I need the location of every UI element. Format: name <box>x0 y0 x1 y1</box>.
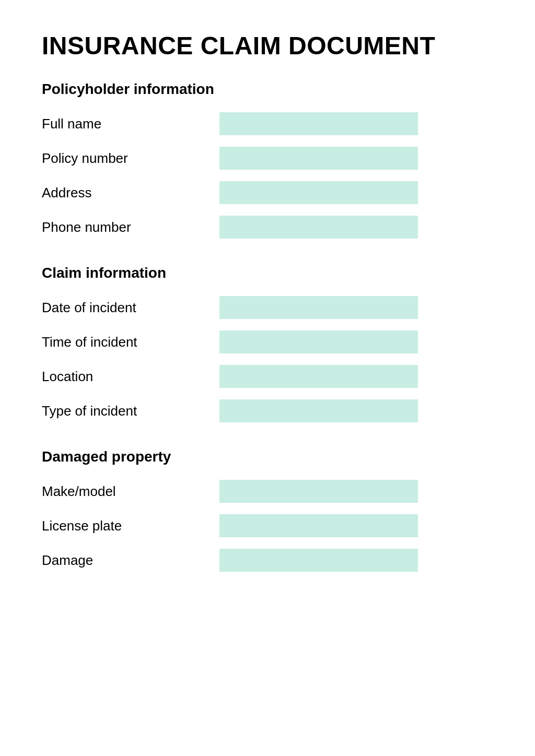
page-title: INSURANCE CLAIM DOCUMENT <box>42 31 493 60</box>
label-location: Location <box>42 369 219 385</box>
section-claim: Claim informationDate of incidentTime of… <box>42 265 493 422</box>
label-time-of-incident: Time of incident <box>42 334 219 350</box>
input-damage[interactable] <box>219 549 418 572</box>
input-phone-number[interactable] <box>219 216 418 239</box>
label-address: Address <box>42 185 219 201</box>
label-phone-number: Phone number <box>42 219 219 235</box>
input-type-of-incident[interactable] <box>219 399 418 422</box>
form-row-time-of-incident: Time of incident <box>42 330 493 353</box>
section-heading-policyholder: Policyholder information <box>42 81 493 98</box>
section-policyholder: Policyholder informationFull namePolicy … <box>42 81 493 239</box>
input-date-of-incident[interactable] <box>219 296 418 319</box>
form-row-date-of-incident: Date of incident <box>42 296 493 319</box>
input-location[interactable] <box>219 365 418 388</box>
form-row-type-of-incident: Type of incident <box>42 399 493 422</box>
form-row-license-plate: License plate <box>42 514 493 537</box>
label-type-of-incident: Type of incident <box>42 403 219 419</box>
input-policy-number[interactable] <box>219 147 418 170</box>
form-row-damage: Damage <box>42 549 493 572</box>
input-full-name[interactable] <box>219 112 418 135</box>
form-row-policy-number: Policy number <box>42 147 493 170</box>
form-row-make-model: Make/model <box>42 480 493 503</box>
input-license-plate[interactable] <box>219 514 418 537</box>
form-row-location: Location <box>42 365 493 388</box>
label-make-model: Make/model <box>42 483 219 500</box>
section-heading-claim: Claim information <box>42 265 493 281</box>
form-row-address: Address <box>42 181 493 204</box>
input-address[interactable] <box>219 181 418 204</box>
form-row-phone-number: Phone number <box>42 216 493 239</box>
input-time-of-incident[interactable] <box>219 330 418 353</box>
form-row-full-name: Full name <box>42 112 493 135</box>
section-heading-damaged-property: Damaged property <box>42 448 493 465</box>
label-policy-number: Policy number <box>42 150 219 167</box>
label-license-plate: License plate <box>42 518 219 534</box>
section-damaged-property: Damaged propertyMake/modelLicense plateD… <box>42 448 493 572</box>
label-date-of-incident: Date of incident <box>42 300 219 316</box>
input-make-model[interactable] <box>219 480 418 503</box>
label-damage: Damage <box>42 552 219 569</box>
label-full-name: Full name <box>42 116 219 132</box>
